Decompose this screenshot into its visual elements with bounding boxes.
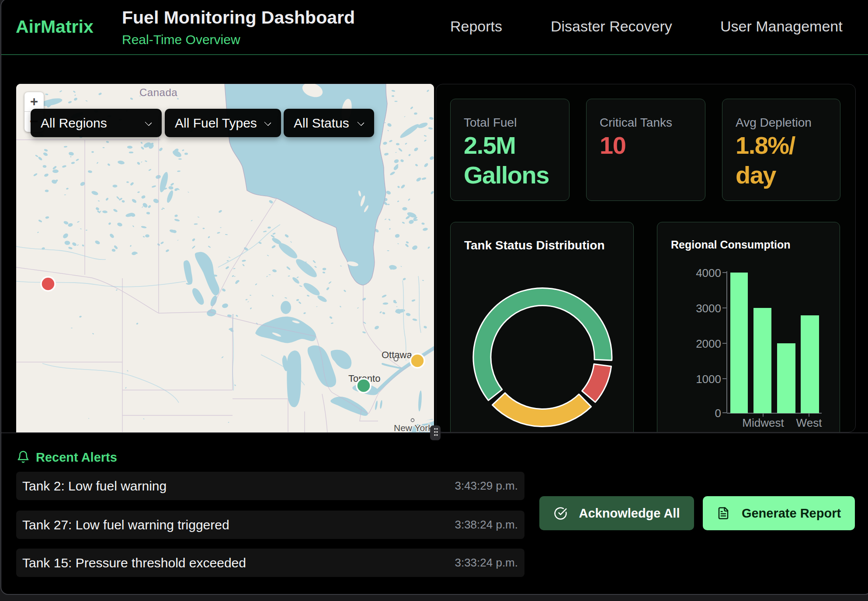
svg-text:New York: New York bbox=[394, 423, 433, 432]
svg-text:4000: 4000 bbox=[696, 266, 721, 280]
svg-text:2000: 2000 bbox=[696, 337, 721, 350]
svg-text:1000: 1000 bbox=[696, 373, 721, 386]
svg-text:3000: 3000 bbox=[696, 302, 721, 315]
svg-text:Midwest: Midwest bbox=[742, 416, 784, 429]
svg-text:Canada: Canada bbox=[139, 86, 177, 98]
svg-text:West: West bbox=[796, 416, 823, 429]
svg-text:0: 0 bbox=[715, 407, 721, 420]
